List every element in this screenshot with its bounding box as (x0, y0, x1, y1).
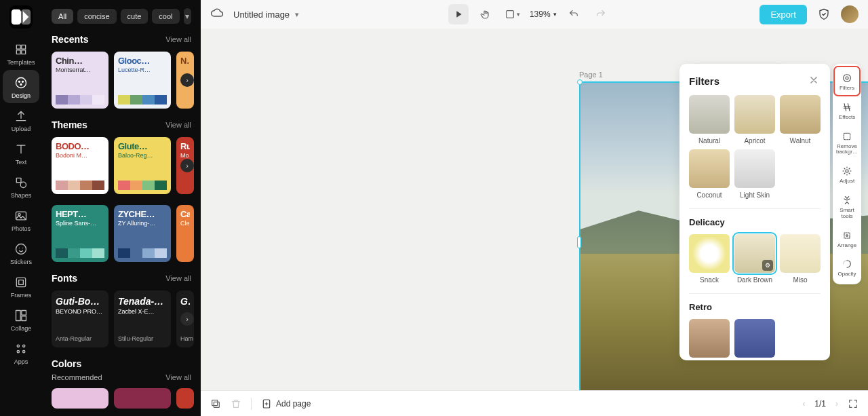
rail-frames[interactable]: Frames (3, 269, 39, 303)
undo-button[interactable] (564, 4, 584, 24)
canvas-area[interactable]: Page 1 Filters (201, 29, 868, 390)
tags-more[interactable]: ▾ (184, 8, 191, 24)
recents-view-all[interactable]: View all (165, 35, 191, 43)
style-card[interactable]: Ca…Cle (176, 205, 194, 262)
handle-tl[interactable] (577, 79, 583, 85)
page-prev: ‹ (802, 399, 805, 409)
color-card[interactable] (114, 388, 171, 409)
svg-point-8 (22, 81, 24, 82)
svg-point-22 (17, 351, 19, 353)
svg-rect-2 (16, 45, 20, 49)
themes-next[interactable]: › (180, 159, 194, 172)
adjust-icon[interactable]: ⚙ (762, 260, 773, 271)
style-card[interactable]: Glute…Baloo-Reg… (114, 137, 171, 194)
filter-section-title: Delicacy (689, 217, 821, 227)
tag-concise[interactable]: concise (77, 9, 116, 24)
delete-button (231, 398, 241, 409)
filter-apricot[interactable]: Apricot (734, 95, 775, 145)
doc-title[interactable]: Untitled image (233, 10, 290, 20)
filters-close[interactable] (808, 75, 821, 87)
rail-stickers[interactable]: Stickers (3, 236, 39, 269)
fonts-next[interactable]: › (180, 312, 194, 326)
shield-icon[interactable] (814, 4, 834, 24)
filter-natural[interactable]: Natural (689, 95, 730, 145)
filter-walnut[interactable]: Walnut (780, 95, 821, 145)
color-card[interactable] (52, 388, 108, 409)
handle-ml[interactable] (577, 236, 581, 248)
colors-view-all[interactable]: View all (165, 373, 191, 381)
design-sidebar: Allconcisecutecool▾ Recents View all Chi… (42, 0, 201, 416)
tag-cute[interactable]: cute (121, 9, 149, 24)
hand-tool[interactable] (475, 4, 496, 24)
style-card[interactable]: Glooc…Lucette-R… (114, 52, 171, 109)
colors-recommended: Recommended (52, 373, 102, 381)
svg-rect-16 (19, 280, 24, 285)
rail-shapes[interactable]: Shapes (3, 170, 39, 203)
play-button[interactable] (448, 4, 469, 24)
svg-rect-15 (16, 278, 25, 286)
svg-rect-5 (22, 50, 26, 54)
stickers-icon (14, 242, 28, 257)
tag-cool[interactable]: cool (152, 9, 179, 24)
redo-button[interactable] (591, 4, 611, 24)
export-button[interactable]: Export (760, 5, 807, 24)
shapes-icon (14, 175, 28, 190)
rrail-adjust[interactable]: Adjust (834, 159, 860, 189)
rrail-filters[interactable]: Filters (834, 67, 860, 96)
add-page-button[interactable]: Add page (261, 398, 311, 409)
rrail-smart[interactable]: Smart tools (834, 189, 860, 224)
svg-point-14 (16, 244, 26, 254)
filter-light-skin[interactable]: Light Skin (734, 149, 775, 199)
recents-row: Chin…Montserrat…Glooc…Lucette-R…N…› (52, 52, 191, 109)
fullscreen-button[interactable] (848, 398, 859, 409)
themes-row-2: HEPT…Spline Sans-…ZYCHE…ZY Alluring-…Ca…… (52, 205, 191, 262)
app-logo[interactable] (9, 5, 33, 29)
svg-rect-37 (214, 402, 219, 407)
color-card[interactable] (176, 388, 194, 409)
font-card[interactable]: Guti-Bo…BEYOND PRO…Anta-Regular (52, 290, 108, 347)
rail-photos[interactable]: Photos (3, 203, 39, 236)
rail-templates[interactable]: Templates (3, 37, 39, 70)
resize-dropdown[interactable]: ▾ (502, 4, 523, 24)
rrail-opacity[interactable]: Opacity (834, 252, 860, 282)
rrail-remove[interactable]: Remove backgr… (834, 125, 860, 160)
rail-upload[interactable]: Upload (3, 103, 39, 136)
user-avatar[interactable] (841, 5, 859, 23)
rail-apps[interactable]: Apps (3, 336, 39, 369)
collage-icon (14, 308, 28, 323)
svg-point-35 (846, 234, 848, 236)
recents-next[interactable]: › (180, 73, 194, 87)
rail-text[interactable]: Text (3, 136, 39, 170)
fonts-view-all[interactable]: View all (165, 274, 191, 282)
filter-dark-brown[interactable]: ⚙Dark Brown (734, 234, 775, 284)
rail-design[interactable]: Design (3, 70, 39, 103)
style-card[interactable]: HEPT…Spline Sans-… (52, 205, 108, 262)
filter-coconut[interactable]: Coconut (689, 149, 730, 199)
svg-rect-18 (22, 311, 26, 316)
svg-point-9 (20, 84, 22, 86)
font-card[interactable]: Tenada-…Zacbel X-E…Stilu-Regular (114, 290, 171, 347)
filter-miso[interactable]: Miso (780, 234, 821, 284)
rrail-arrange[interactable]: Arrange (834, 224, 860, 253)
filter-snack[interactable]: Snack (689, 234, 730, 284)
rail-collage[interactable]: Collage (3, 303, 39, 336)
topbar: Untitled image ▾ ▾ 139%▾ Export (201, 0, 868, 29)
themes-view-all[interactable]: View all (165, 121, 191, 129)
style-card[interactable]: BODO…Bodoni M… (52, 137, 108, 194)
title-caret-icon[interactable]: ▾ (295, 10, 299, 19)
filters-panel: Filters NaturalApricotWalnutCoconutLight… (679, 64, 830, 360)
rrail-icon (841, 194, 853, 206)
filter-carmel[interactable]: Carmel (689, 319, 730, 360)
style-card[interactable]: ZYCHE…ZY Alluring-… (114, 205, 171, 262)
svg-rect-32 (844, 133, 850, 139)
zoom-level[interactable]: 139%▾ (530, 10, 557, 19)
tag-all[interactable]: All (52, 9, 73, 24)
style-card[interactable]: Chin…Montserrat… (52, 52, 108, 109)
rrail-effects[interactable]: Effects (834, 96, 860, 125)
rrail-icon (841, 165, 853, 177)
rrail-icon (841, 101, 853, 113)
filter-miami[interactable]: Miami (734, 319, 775, 360)
cloud-icon[interactable] (210, 6, 224, 22)
layers-button[interactable] (210, 398, 221, 409)
fonts-row: Guti-Bo…BEYOND PRO…Anta-RegularTenada-…Z… (52, 290, 191, 347)
